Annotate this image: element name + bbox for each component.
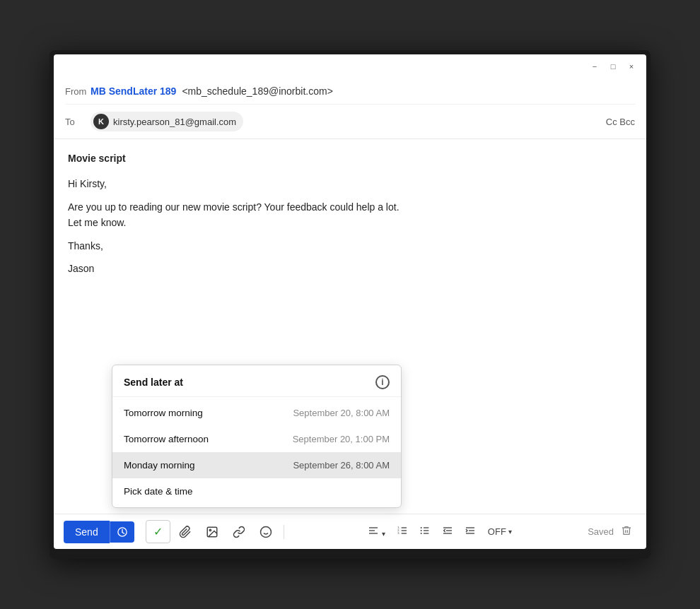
link-icon: [233, 526, 245, 538]
send-button-group: Send: [64, 521, 134, 543]
delete-button[interactable]: [617, 522, 636, 542]
minimize-button[interactable]: −: [588, 60, 601, 73]
insert-image-button[interactable]: [200, 521, 224, 543]
svg-point-5: [260, 526, 271, 537]
saved-text: Saved: [588, 526, 614, 537]
bullet-list-button[interactable]: [414, 521, 436, 542]
info-icon[interactable]: i: [375, 375, 390, 389]
checkmark-button[interactable]: ✓: [146, 520, 170, 543]
email-window: − □ × From MB SendLater 189 <mb_schedule…: [54, 54, 646, 549]
svg-point-4: [209, 529, 211, 531]
off-toggle[interactable]: OFF ▾: [488, 526, 512, 537]
send-button[interactable]: Send: [64, 521, 110, 543]
svg-point-22: [421, 533, 422, 534]
close-button[interactable]: ×: [625, 60, 638, 73]
option-monday-morning[interactable]: Monday morning September 26, 8:00 AM: [112, 452, 401, 478]
send-later-popup: Send later at i Tomorrow morning Septemb…: [112, 365, 402, 508]
option-tomorrow-afternoon[interactable]: Tomorrow afternoon September 20, 1:00 PM: [112, 426, 401, 452]
option-time-2: September 26, 8:00 AM: [293, 460, 390, 471]
body-greeting: Hi Kirsty,: [68, 176, 632, 191]
off-chevron: ▾: [508, 528, 512, 536]
email-header: From MB SendLater 189 <mb_schedule_189@i…: [54, 78, 646, 139]
align-icon: [368, 525, 379, 536]
from-email: <mb_schedule_189@inorbit.com>: [182, 85, 332, 97]
popup-options: Tomorrow morning September 20, 8:00 AM T…: [112, 397, 401, 507]
option-label-1: Tomorrow afternoon: [124, 434, 209, 444]
emoji-icon: [259, 526, 272, 538]
window-shadow: − □ × From MB SendLater 189 <mb_schedule…: [49, 50, 651, 559]
option-label-2: Monday morning: [124, 460, 195, 471]
maximize-button[interactable]: □: [607, 60, 619, 73]
ordered-list-button[interactable]: 1. 2. 3.: [392, 521, 413, 542]
send-clock-button[interactable]: [110, 521, 134, 543]
off-label: OFF: [488, 526, 506, 537]
option-label-0: Tomorrow morning: [124, 408, 203, 418]
clock-icon: [117, 527, 127, 537]
align-chevron: ▾: [382, 530, 385, 538]
bullet-list-icon: [419, 525, 431, 536]
popup-title: Send later at: [124, 377, 183, 388]
popup-header: Send later at i: [112, 365, 401, 397]
to-row: To K kirsty.pearson_81@gmail.com Cc Bcc: [65, 105, 635, 138]
option-tomorrow-morning[interactable]: Tomorrow morning September 20, 8:00 AM: [112, 400, 401, 426]
trash-icon: [621, 525, 632, 536]
svg-line-2: [122, 532, 124, 533]
window-controls: − □ ×: [588, 60, 638, 73]
formatting-group: ▾ 1. 2. 3.: [363, 521, 512, 542]
svg-point-20: [421, 527, 422, 528]
body-thanks: Thanks,: [68, 238, 632, 254]
to-chip[interactable]: K kirsty.pearson_81@gmail.com: [91, 112, 243, 131]
svg-point-21: [421, 530, 422, 531]
option-time-0: September 20, 8:00 AM: [293, 408, 390, 418]
insert-emoji-button[interactable]: [254, 521, 278, 543]
from-row: From MB SendLater 189 <mb_schedule_189@i…: [65, 78, 635, 105]
title-bar: − □ ×: [54, 54, 646, 78]
image-icon: [206, 526, 218, 538]
from-label: From: [65, 86, 91, 97]
svg-text:3.: 3.: [397, 531, 399, 535]
cc-bcc-button[interactable]: Cc Bcc: [606, 117, 635, 127]
to-email: kirsty.pearson_81@gmail.com: [113, 117, 236, 127]
decrease-indent-button[interactable]: [437, 521, 458, 542]
body-paragraph: Are you up to reading our new movie scri…: [68, 199, 632, 231]
paperclip-icon: [179, 526, 192, 538]
from-name: MB SendLater 189: [91, 85, 176, 97]
insert-link-button[interactable]: [227, 521, 251, 543]
option-label-3: Pick date & time: [124, 486, 193, 497]
option-pick-date[interactable]: Pick date & time: [112, 478, 401, 504]
toolbar-separator: [284, 525, 284, 539]
align-button[interactable]: ▾: [363, 521, 390, 542]
attach-file-button[interactable]: [173, 521, 197, 543]
increase-indent-icon: [465, 525, 476, 536]
to-label: To: [65, 117, 91, 127]
increase-indent-button[interactable]: [460, 521, 481, 542]
body-signature: Jason: [68, 261, 632, 276]
option-time-1: September 20, 1:00 PM: [293, 434, 390, 444]
email-subject: Movie script: [68, 150, 632, 166]
avatar: K: [93, 114, 109, 129]
ordered-list-icon: 1. 2. 3.: [397, 525, 408, 536]
decrease-indent-icon: [442, 525, 453, 536]
toolbar: Send ✓: [54, 514, 646, 549]
